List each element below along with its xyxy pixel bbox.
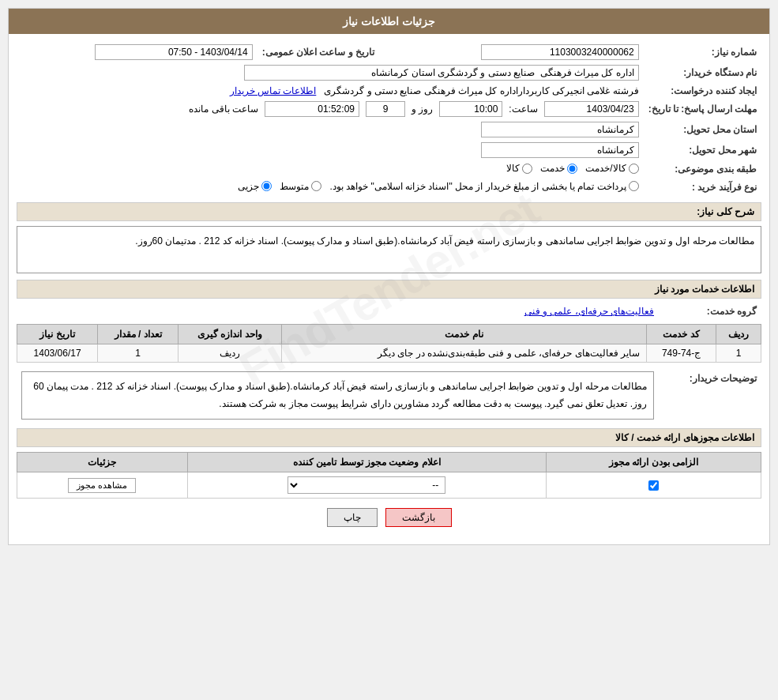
need-number-label: شماره نیاز:	[644, 42, 761, 62]
row-quantity: 1	[98, 344, 179, 363]
announce-datetime-label: تاریخ و ساعت اعلان عمومی:	[257, 42, 379, 62]
announce-datetime-input	[95, 44, 253, 60]
process-full-label: پرداخت تمام یا بخشی از مبلغ خریدار از مح…	[329, 181, 626, 192]
category-goods-service-radio[interactable]	[629, 164, 639, 174]
row-date: 1403/06/17	[17, 344, 98, 363]
row-name: سایر فعالیت‌های حرفه‌ای، علمی و فنی طبقه…	[281, 344, 646, 363]
send-deadline-days-label: روز و	[412, 103, 433, 115]
category-goods-radio[interactable]	[522, 164, 532, 174]
row-code: ج-74-749	[647, 344, 716, 363]
col-code: کد خدمت	[647, 325, 716, 344]
send-deadline-remaining-label: ساعت باقی مانده	[189, 103, 258, 115]
buyer-org-input	[244, 65, 639, 81]
category-service-label: خدمت	[540, 163, 565, 174]
process-medium-label: متوسط	[280, 181, 309, 192]
province-label: استان محل تحویل:	[644, 119, 761, 140]
view-license-button[interactable]: مشاهده مجوز	[68, 478, 136, 493]
buyer-org-label: نام دستگاه خریدار:	[644, 62, 761, 83]
license-required-checkbox[interactable]	[648, 480, 659, 491]
service-group-label: گروه خدمت:	[659, 303, 761, 319]
process-medium-radio[interactable]	[311, 181, 321, 191]
process-partial-radio[interactable]	[261, 181, 272, 191]
send-deadline-time-input	[439, 101, 502, 117]
city-input	[481, 142, 639, 158]
services-table: ردیف کد خدمت نام خدمت واحد اندازه گیری ت…	[17, 324, 761, 363]
description-box: مطالعات مرحله اول و تدوین ضوابط اجرایی س…	[17, 226, 761, 273]
send-deadline-label: مهلت ارسال پاسخ: تا تاریخ:	[644, 99, 761, 119]
province-input	[481, 122, 639, 137]
send-deadline-days-input	[366, 101, 405, 117]
process-type-label: نوع فرآیند خرید :	[644, 179, 761, 197]
license-col-status: اعلام وضعیت مجوز توسط تامین کننده	[187, 453, 546, 472]
service-info-header: اطلاعات خدمات مورد نیاز	[17, 280, 761, 299]
send-deadline-date-input	[544, 101, 639, 117]
process-partial-label: جزیی	[238, 181, 259, 192]
send-deadline-remaining-input	[265, 101, 359, 117]
table-row: 1 ج-74-749 سایر فعالیت‌های حرفه‌ای، علمی…	[17, 344, 761, 363]
col-unit: واحد اندازه گیری	[179, 325, 282, 344]
license-col-details: جزئیات	[17, 453, 188, 472]
buyer-notes-box: مطالعات مرحله اول و تدوین ضوابط اجرایی س…	[21, 371, 654, 420]
row-number: 1	[716, 344, 761, 363]
col-quantity: تعداد / مقدار	[98, 325, 179, 344]
process-full-radio[interactable]	[629, 181, 639, 191]
category-goods-service-label: کالا/خدمت	[585, 163, 626, 174]
col-date: تاریخ نیاز	[17, 325, 98, 344]
need-number-input	[481, 44, 639, 60]
license-status-select[interactable]: --	[288, 476, 445, 494]
buyer-notes-label: توضیحات خریدار:	[659, 369, 761, 422]
category-goods-label: کالا	[506, 163, 520, 174]
service-group-value[interactable]: فعالیت‌های حرفه‌ای، علمی و فنی	[524, 306, 654, 317]
col-name: نام خدمت	[281, 325, 646, 344]
license-col-required: الزامی بودن ارائه مجوز	[546, 453, 761, 472]
creator-value: فرشته غلامی انجیرکی کاربرداراداره کل میر…	[324, 85, 638, 96]
category-label: طبقه بندی موضوعی:	[644, 160, 761, 179]
description-section-header: شرح کلی نیاز:	[17, 202, 761, 221]
back-button[interactable]: بازگشت	[385, 508, 452, 527]
license-section-header: اطلاعات مجوزهای ارائه خدمت / کالا	[17, 428, 761, 447]
creator-label: ایجاد کننده درخواست:	[644, 83, 761, 99]
col-row: ردیف	[716, 325, 761, 344]
send-deadline-time-label: ساعت:	[509, 103, 537, 115]
page-title: جزئیات اطلاعات نیاز	[9, 9, 769, 34]
city-label: شهر محل تحویل:	[644, 140, 761, 160]
row-unit: ردیف	[179, 344, 282, 363]
footer-buttons: بازگشت چاپ	[17, 499, 761, 536]
license-row: -- مشاهده مجوز	[17, 472, 761, 499]
license-table: الزامی بودن ارائه مجوز اعلام وضعیت مجوز …	[17, 452, 761, 499]
print-button[interactable]: چاپ	[327, 508, 378, 527]
creator-contact-link[interactable]: اطلاعات تماس خریدار	[230, 85, 317, 96]
category-service-radio[interactable]	[567, 164, 577, 174]
